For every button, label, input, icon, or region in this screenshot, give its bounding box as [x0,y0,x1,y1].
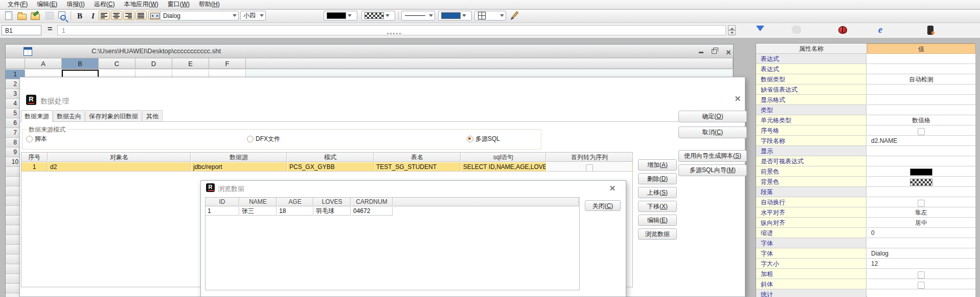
close-icon[interactable]: ✕ [733,94,742,103]
datasource-row-cell[interactable]: SELECT ID,NAME,AGE,LOVE... [461,162,546,172]
move-up-button[interactable]: 上移(S) [638,187,677,198]
spinner-up-icon[interactable] [728,25,736,30]
restore-button[interactable] [709,47,719,55]
browse-row-cell[interactable]: 张三 [240,207,277,216]
minimize-button[interactable] [696,47,706,55]
radio-option-1[interactable]: 脚本 [26,135,47,143]
cell-reference-box[interactable]: B1 [2,25,41,35]
property-value[interactable] [867,95,975,105]
close-button[interactable]: ✕ [723,47,734,55]
menu-item[interactable]: 编辑(E) [32,0,62,9]
print-preview-icon[interactable] [56,11,67,21]
browse-row-cell[interactable]: 1 [206,207,239,216]
browse-row-cell[interactable]: 羽毛球 [314,207,351,216]
property-value[interactable] [867,177,975,187]
column-header-filler[interactable] [246,58,733,69]
delete-button[interactable]: 删除(D) [638,173,677,184]
menu-item[interactable]: 本地应用(W) [119,0,163,9]
property-value[interactable]: 居中 [867,218,975,228]
menu-item[interactable]: 帮助(H) [194,0,224,9]
property-value[interactable]: 靠左 [867,207,975,218]
menu-item[interactable]: 远程(C) [89,0,120,9]
property-value[interactable] [867,125,975,136]
spinner-down-icon[interactable] [728,30,736,35]
close-icon[interactable]: ✕ [608,184,617,193]
property-value[interactable]: Dialog [867,248,975,259]
wizard-generate-script-button[interactable]: 使用向导生成脚本(S) [678,150,747,162]
align-center-icon[interactable] [111,11,122,20]
tab-2[interactable]: 数据去向 [53,110,85,121]
open-file-icon[interactable] [16,11,28,21]
menu-item[interactable]: 文件(F) [3,0,32,9]
property-value[interactable]: d2.NAME [867,136,975,146]
datasource-row-cell[interactable]: TEST_SG_STUDENT [374,162,461,172]
tab-4[interactable]: 其他 [142,110,163,121]
property-value[interactable] [867,197,975,207]
debug-bug-icon[interactable] [836,25,849,36]
fill-color-picker[interactable] [438,11,472,20]
splitter-handle[interactable] [387,33,401,34]
checkbox-icon[interactable] [918,282,925,289]
browse-data-button[interactable]: 浏览数据 [638,228,677,240]
property-value[interactable]: 0 [867,228,975,238]
property-value[interactable] [867,146,975,156]
font-size-select[interactable]: 小四 [240,11,266,20]
align-right-icon[interactable] [123,11,134,20]
tab-1[interactable]: 数据来源 [21,110,53,122]
browse-row-cell[interactable]: 18 [277,207,313,216]
property-value[interactable]: 数值格 [867,115,975,125]
insert-down-icon[interactable] [754,25,766,36]
datasource-row-cell[interactable]: d2 [48,162,191,172]
property-value[interactable] [867,279,975,289]
line-style-picker[interactable] [401,11,435,20]
edit-button[interactable]: 编辑(E) [638,215,677,226]
property-value[interactable] [867,269,975,279]
radio-option-2[interactable]: DFX文件 [247,135,280,143]
checkbox-icon[interactable] [918,200,925,207]
corner-cell[interactable] [6,58,25,69]
column-header-a[interactable]: A [25,58,62,69]
color-swatch[interactable] [910,168,932,176]
property-value[interactable] [867,238,975,248]
new-file-icon[interactable] [3,11,14,21]
column-header-d[interactable]: D [135,58,172,69]
column-header-b[interactable]: B [62,58,99,69]
datasource-row-cell[interactable]: jdbc/report [191,162,287,172]
menu-item[interactable]: 窗口(W) [163,0,194,9]
save-icon[interactable] [44,11,55,21]
property-value[interactable] [867,166,975,177]
checkbox-icon[interactable] [918,271,925,279]
tab-3[interactable]: 保存对象的旧数据 [85,110,142,121]
property-value[interactable] [867,289,975,297]
italic-icon[interactable]: I [87,11,99,21]
close-dialog-button[interactable]: 关闭(C) [585,200,621,211]
property-value[interactable] [867,156,975,166]
cancel-button[interactable]: 取消(C) [678,126,747,138]
column-header-e[interactable]: E [172,58,209,69]
font-family-select[interactable]: Dialog [160,11,239,20]
property-value[interactable] [867,84,975,95]
sheet-window-titlebar[interactable]: C:\Users\HUAWEI\Desktop\ccccccccccc.sht … [6,45,733,58]
add-button[interactable]: 增加(A) [638,159,677,171]
font-color-picker[interactable] [324,11,357,20]
bold-icon[interactable]: B [74,11,85,21]
ok-button[interactable]: 确定(O) [678,111,747,122]
property-value[interactable] [867,187,975,197]
format-brush-icon[interactable] [509,10,520,20]
border-picker[interactable] [474,11,506,20]
checkbox-icon[interactable] [918,128,925,135]
datasource-row-cell[interactable]: 1 [21,162,48,172]
menu-item[interactable]: 填报(I) [62,0,89,9]
property-value[interactable]: 自动检测 [867,74,975,84]
first-col-checkbox-cell[interactable] [546,162,633,172]
column-header-c[interactable]: C [99,58,135,69]
column-header-f[interactable]: F [209,58,246,69]
radio-option-3[interactable]: 多源SQL [467,135,500,143]
property-value[interactable]: 12 [867,259,975,269]
align-left-icon[interactable] [99,11,110,20]
move-down-button[interactable]: 下移(X) [638,201,677,212]
mobile-preview-icon[interactable] [924,25,937,36]
checkbox-icon[interactable] [586,164,593,172]
ie-browser-icon[interactable]: e [874,25,886,36]
datasource-row-cell[interactable]: PCS_GX_GYBB [287,162,374,172]
